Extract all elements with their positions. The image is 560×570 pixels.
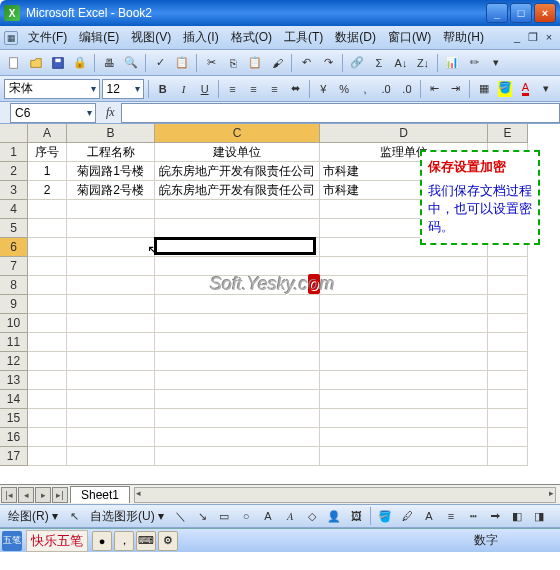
tab-last-button[interactable]: ▸|	[52, 487, 68, 503]
autosum-button[interactable]: Σ	[369, 53, 389, 73]
row-header[interactable]: 13	[0, 371, 28, 390]
cell[interactable]	[67, 314, 155, 333]
cell[interactable]	[67, 200, 155, 219]
cell[interactable]	[155, 219, 320, 238]
col-header-C[interactable]: C	[155, 124, 320, 143]
cell[interactable]	[155, 352, 320, 371]
row-headers[interactable]: 1 2 3 4 5 6 7 8 9 10 11 12 13 14 15 16 1…	[0, 143, 28, 466]
cell[interactable]	[155, 200, 320, 219]
row-header[interactable]: 1	[0, 143, 28, 162]
cell[interactable]	[488, 276, 528, 295]
col-header-D[interactable]: D	[320, 124, 488, 143]
cell[interactable]	[155, 295, 320, 314]
cell[interactable]	[155, 390, 320, 409]
cell[interactable]: 皖东房地产开发有限责任公司	[155, 181, 320, 200]
row-header[interactable]: 15	[0, 409, 28, 428]
menu-edit[interactable]: 编辑(E)	[73, 27, 125, 48]
cell[interactable]	[488, 409, 528, 428]
row-header[interactable]: 11	[0, 333, 28, 352]
permission-button[interactable]: 🔒	[70, 53, 90, 73]
cell[interactable]: 菊园路1号楼	[67, 162, 155, 181]
select-all-corner[interactable]	[0, 124, 28, 143]
cell[interactable]: 皖东房地产开发有限责任公司	[155, 162, 320, 181]
row-header[interactable]: 7	[0, 257, 28, 276]
comma-button[interactable]: ,	[356, 79, 375, 99]
row-header[interactable]: 14	[0, 390, 28, 409]
print-preview-button[interactable]: 🔍	[121, 53, 141, 73]
linecolor-draw-button[interactable]: 🖊	[397, 506, 417, 526]
cell[interactable]	[488, 447, 528, 466]
cell[interactable]	[67, 447, 155, 466]
tab-next-button[interactable]: ▸	[35, 487, 51, 503]
cell[interactable]	[67, 276, 155, 295]
italic-button[interactable]: I	[174, 79, 193, 99]
fill-color-button[interactable]: 🪣	[495, 79, 514, 99]
cell[interactable]	[28, 352, 67, 371]
cell[interactable]	[320, 295, 488, 314]
underline-button[interactable]: U	[195, 79, 214, 99]
cell[interactable]	[488, 257, 528, 276]
row-header[interactable]: 3	[0, 181, 28, 200]
font-name-combo[interactable]: 宋体	[4, 79, 100, 99]
increase-decimal-button[interactable]: .0	[377, 79, 396, 99]
diagram-button[interactable]: ◇	[302, 506, 322, 526]
rectangle-button[interactable]: ▭	[214, 506, 234, 526]
cell[interactable]	[320, 409, 488, 428]
save-button[interactable]	[48, 53, 68, 73]
cell[interactable]	[67, 333, 155, 352]
copy-button[interactable]: ⎘	[223, 53, 243, 73]
ime-name[interactable]: 快乐五笔	[26, 530, 88, 552]
menu-help[interactable]: 帮助(H)	[437, 27, 490, 48]
formula-input[interactable]	[121, 103, 560, 123]
align-right-button[interactable]: ≡	[265, 79, 284, 99]
cell[interactable]	[28, 428, 67, 447]
toolbar-options-button[interactable]: ▾	[486, 53, 506, 73]
cell[interactable]	[320, 257, 488, 276]
col-header-A[interactable]: A	[28, 124, 67, 143]
3d-button[interactable]: ◨	[529, 506, 549, 526]
cell[interactable]	[488, 390, 528, 409]
menu-view[interactable]: 视图(V)	[125, 27, 177, 48]
menu-data[interactable]: 数据(D)	[329, 27, 382, 48]
cell[interactable]	[67, 238, 155, 257]
new-button[interactable]	[4, 53, 24, 73]
row-header[interactable]: 4	[0, 200, 28, 219]
arrow-button[interactable]: ↘	[192, 506, 212, 526]
menu-format[interactable]: 格式(O)	[225, 27, 278, 48]
cell[interactable]	[488, 428, 528, 447]
format-toolbar-options-button[interactable]: ▾	[537, 79, 556, 99]
cell[interactable]	[155, 409, 320, 428]
cell[interactable]	[488, 295, 528, 314]
decrease-decimal-button[interactable]: .0	[397, 79, 416, 99]
ime-settings-icon[interactable]: ⚙	[158, 531, 178, 551]
cell[interactable]: 1	[28, 162, 67, 181]
tab-prev-button[interactable]: ◂	[18, 487, 34, 503]
bold-button[interactable]: B	[153, 79, 172, 99]
row-header[interactable]: 2	[0, 162, 28, 181]
cell[interactable]	[488, 314, 528, 333]
redo-button[interactable]: ↷	[318, 53, 338, 73]
row-header[interactable]: 8	[0, 276, 28, 295]
cell[interactable]	[320, 352, 488, 371]
cell[interactable]	[155, 238, 320, 257]
cell[interactable]	[488, 333, 528, 352]
cell[interactable]	[28, 200, 67, 219]
shadow-button[interactable]: ◧	[507, 506, 527, 526]
cell[interactable]	[488, 371, 528, 390]
fillcolor-draw-button[interactable]: 🪣	[375, 506, 395, 526]
cell[interactable]	[320, 276, 488, 295]
cell[interactable]: 菊园路2号楼	[67, 181, 155, 200]
cell[interactable]	[320, 371, 488, 390]
horizontal-scrollbar[interactable]	[134, 487, 556, 503]
ime-punct-icon[interactable]: ，	[114, 531, 134, 551]
chart-wizard-button[interactable]: 📊	[442, 53, 462, 73]
cell[interactable]	[28, 371, 67, 390]
col-header-E[interactable]: E	[488, 124, 528, 143]
cell[interactable]	[28, 219, 67, 238]
cell[interactable]	[28, 390, 67, 409]
row-header[interactable]: 9	[0, 295, 28, 314]
increase-indent-button[interactable]: ⇥	[446, 79, 465, 99]
cell[interactable]	[67, 371, 155, 390]
linestyle-button[interactable]: ≡	[441, 506, 461, 526]
cell[interactable]	[155, 314, 320, 333]
